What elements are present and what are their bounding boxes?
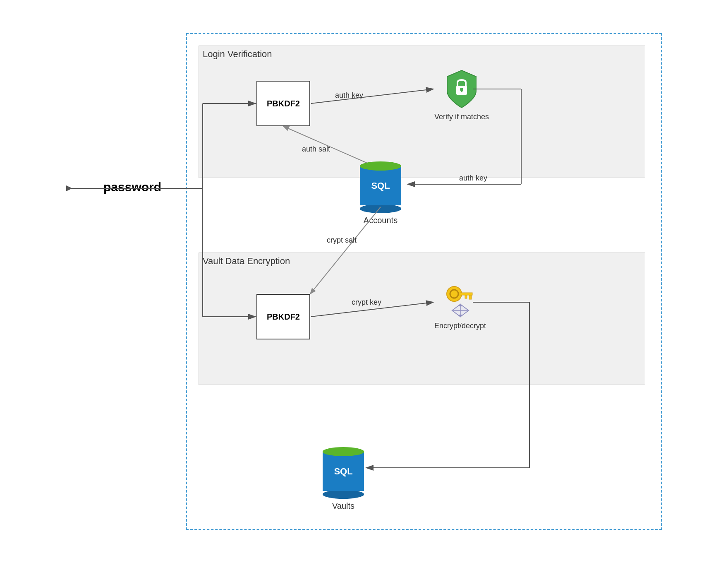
pbkdf2-login-box: PBKDF2 xyxy=(256,81,310,126)
pbkdf2-vault-box: PBKDF2 xyxy=(256,294,310,339)
sql-vaults-container: SQL Vaults xyxy=(323,447,364,511)
crypt-salt-label: crypt salt xyxy=(327,236,357,245)
svg-rect-2 xyxy=(461,89,462,92)
sql-accounts-container: SQL Accounts xyxy=(360,161,401,225)
cylinder-top xyxy=(360,161,401,171)
cylinder-bottom xyxy=(360,204,401,213)
encrypt-decrypt-container: Encrypt/decrypt xyxy=(434,282,486,331)
key-encrypt-icon xyxy=(442,282,479,319)
svg-rect-5 xyxy=(460,293,472,295)
svg-rect-6 xyxy=(469,295,472,299)
auth-key-label-2: auth key xyxy=(459,174,487,183)
encrypt-decrypt-label: Encrypt/decrypt xyxy=(434,321,486,331)
sql-vaults-cylinder: SQL xyxy=(323,447,364,499)
diagram: { "diagram": { "title": "Password Encryp… xyxy=(0,0,728,563)
verify-shield-container: Verify if matches xyxy=(434,68,489,122)
login-verification-label: Login Verification xyxy=(203,49,272,60)
password-label: password xyxy=(103,180,161,194)
cylinder-top xyxy=(323,447,364,456)
auth-salt-label: auth salt xyxy=(302,145,330,154)
crypt-key-label: crypt key xyxy=(352,298,381,307)
sql-accounts-cylinder: SQL xyxy=(360,161,401,213)
cylinder-bottom xyxy=(323,490,364,499)
vaults-label: Vaults xyxy=(323,501,364,511)
svg-marker-16 xyxy=(66,185,72,191)
vault-encryption-label: Vault Data Encryption xyxy=(203,256,290,267)
svg-rect-7 xyxy=(465,295,467,298)
shield-icon xyxy=(443,68,480,110)
svg-point-3 xyxy=(447,286,462,301)
auth-key-label-1: auth key xyxy=(335,91,363,100)
accounts-label: Accounts xyxy=(360,216,401,225)
cylinder-body: SQL xyxy=(360,166,401,205)
verify-matches-label: Verify if matches xyxy=(434,112,489,122)
cylinder-body: SQL xyxy=(323,452,364,491)
